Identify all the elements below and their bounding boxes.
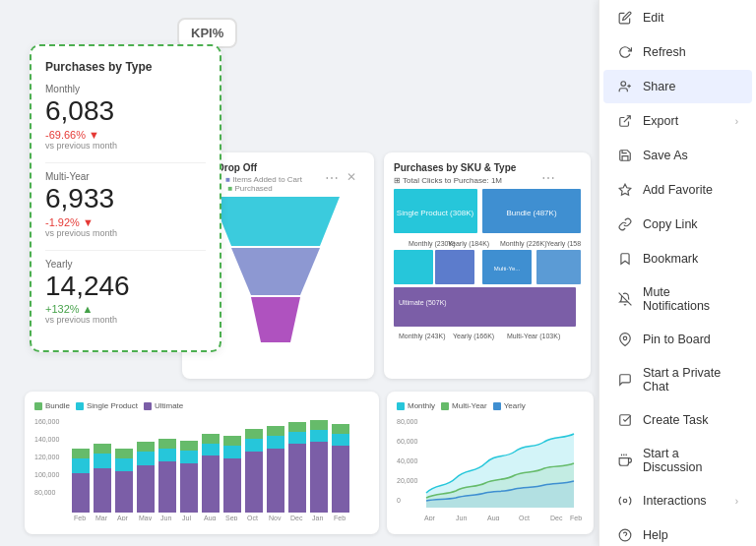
menu-item-add-favorite[interactable]: Add Favorite [603,173,752,207]
svg-rect-11 [394,250,433,284]
svg-rect-46 [202,444,220,455]
yearly-change: +132% ▲ [45,303,206,315]
export-arrow: › [735,116,738,127]
flow-chart-menu[interactable]: ⋯ [325,170,339,186]
svg-text:Ultimate (507K): Ultimate (507K) [399,299,447,307]
svg-rect-42 [180,463,198,513]
context-menu: EditRefreshShareExport›Save AsAdd Favori… [598,0,756,546]
svg-point-96 [623,336,627,340]
export-label: Export [643,114,725,128]
interactions-label: Interactions [643,494,725,508]
svg-rect-47 [202,434,220,444]
svg-text:60,000: 60,000 [397,438,418,445]
svg-rect-27 [72,473,90,513]
menu-item-edit[interactable]: Edit [603,1,752,34]
menu-item-export[interactable]: Export› [603,104,752,138]
start-private-chat-label: Start a Private Chat [643,366,738,394]
card-title: Purchases by Type [45,60,206,74]
svg-text:80,000: 80,000 [34,489,56,496]
sku-chart-menu[interactable]: ⋯ [541,170,555,186]
svg-text:Dec: Dec [290,515,303,520]
menu-item-bookmark[interactable]: Bookmark [603,242,752,275]
menu-item-copy-link[interactable]: Copy Link [603,208,752,241]
svg-text:Jun: Jun [160,515,171,520]
monthly-metric: Monthly 6,083 -69.66% ▼ vs previous mont… [45,84,206,151]
yearly-vs: vs previous month [45,315,206,325]
menu-item-save-as[interactable]: Save As [603,139,752,172]
monthly-label: Monthly [45,84,206,94]
menu-item-share[interactable]: Share [603,70,752,103]
legend-monthly: Monthly [397,401,435,410]
svg-text:Jan: Jan [312,515,323,520]
multiyear-vs: vs previous month [45,228,206,238]
svg-rect-39 [158,461,176,513]
mute-notifications-icon [617,291,633,307]
svg-rect-17 [394,287,576,327]
svg-point-90 [621,82,626,87]
svg-rect-41 [158,439,176,449]
svg-marker-2 [251,297,300,342]
svg-rect-37 [137,452,155,465]
multiyear-metric: Multi-Year 6,933 -1.92% ▼ vs previous mo… [45,171,206,238]
svg-text:Sep: Sep [225,515,238,520]
svg-rect-50 [223,436,241,446]
svg-text:Monthly (243K): Monthly (243K) [399,333,445,340]
svg-text:Apr: Apr [117,515,129,520]
svg-text:100,000: 100,000 [34,471,59,478]
svg-rect-56 [267,426,284,436]
create-task-label: Create Task [643,413,738,427]
monthly-value: 6,083 [45,96,206,127]
svg-text:80,000: 80,000 [397,418,418,425]
yearly-metric: Yearly 14,246 +132% ▲ vs previous month [45,259,206,326]
svg-rect-36 [137,465,155,513]
svg-text:120,000: 120,000 [34,454,59,460]
menu-item-pin-to-board[interactable]: Pin to Board [603,323,752,356]
svg-rect-32 [94,444,111,454]
svg-text:Single Product (308K): Single Product (308K) [397,209,474,217]
bookmark-label: Bookmark [643,252,738,266]
svg-rect-38 [137,442,155,452]
svg-text:Yearly (158K): Yearly (158K) [546,240,581,248]
edit-icon [617,10,633,26]
sku-chart: Purchases by SKU & Type ⋯ ⊞ Total Clicks… [384,152,591,379]
bottom-right-legend: Monthly Multi-Year Yearly [397,401,584,410]
refresh-icon [617,44,633,60]
menu-item-start-private-chat[interactable]: Start a Private Chat [603,357,752,402]
help-label: Help [643,528,738,542]
svg-rect-59 [288,422,306,432]
refresh-label: Refresh [643,45,738,59]
svg-marker-0 [212,197,340,246]
svg-rect-64 [332,434,349,446]
svg-rect-58 [288,432,306,444]
add-favorite-icon [617,182,633,198]
menu-item-start-discussion[interactable]: Start a Discussion [603,438,752,483]
flow-chart-close[interactable]: ✕ [346,170,356,184]
svg-text:160,000: 160,000 [34,418,59,425]
menu-item-mute-notifications[interactable]: Mute Notifications [603,276,752,322]
menu-item-help[interactable]: Help [603,518,752,546]
svg-text:Apr: Apr [424,515,436,520]
svg-rect-35 [115,449,133,458]
menu-item-interactions[interactable]: Interactions› [603,484,752,517]
divider-1 [45,162,206,163]
legend-bundle: Bundle [34,401,70,410]
svg-text:Multi-Ye...: Multi-Ye... [494,266,521,272]
sku-bars-svg: Single Product (308K) Bundle (487K) Mont… [394,189,581,351]
interactions-icon [617,493,633,509]
svg-rect-55 [267,436,284,449]
yearly-value: 14,246 [45,272,206,302]
svg-text:140,000: 140,000 [34,436,59,443]
menu-item-create-task[interactable]: Create Task [603,403,752,437]
bottom-right-chart: Monthly Multi-Year Yearly 80,000 60,000 … [387,392,594,534]
svg-text:Aug: Aug [204,515,217,520]
svg-rect-53 [245,429,263,439]
svg-rect-49 [223,446,241,458]
monthly-change: -69.66% ▼ [45,129,206,141]
svg-rect-31 [94,454,111,468]
svg-text:Nov: Nov [269,515,282,520]
share-icon [617,79,633,94]
menu-item-refresh[interactable]: Refresh [603,35,752,69]
svg-rect-63 [332,446,349,513]
svg-rect-62 [310,420,328,430]
bottom-left-chart: Bundle Single Product Ultimate 160,000 1… [25,392,379,534]
